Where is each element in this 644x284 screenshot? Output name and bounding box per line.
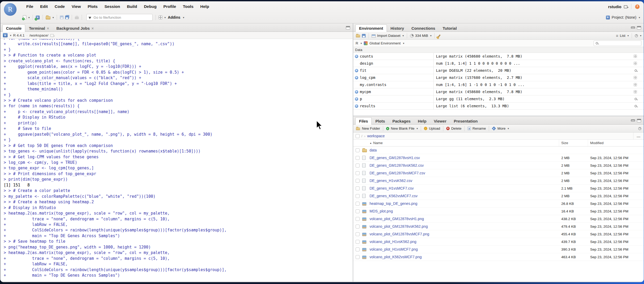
environment-object-row[interactable]: pLarge gg (11 elements, 2.3 MB) <box>353 95 644 103</box>
minimize-pane-icon[interactable] <box>631 119 635 121</box>
file-checkbox[interactable] <box>356 240 360 244</box>
import-dataset-button[interactable]: Import Dataset ▾ <box>372 34 404 38</box>
upload-button[interactable]: ↑ Upload <box>424 126 440 130</box>
file-name-link[interactable]: volcano_plot_GM12878vsH1.png <box>369 217 559 221</box>
console-tab-terminal[interactable]: Terminal× <box>25 24 53 32</box>
view-data-grid-icon[interactable] <box>634 62 637 65</box>
console-tab-background-jobs[interactable]: Background Jobs× <box>53 24 97 32</box>
file-checkbox[interactable] <box>356 194 360 198</box>
rename-button[interactable]: a Rename <box>468 126 486 130</box>
language-selector[interactable]: R <box>356 41 358 45</box>
save-workspace-icon[interactable] <box>362 34 366 38</box>
environment-search-input[interactable] <box>594 40 641 46</box>
menu-session[interactable]: Session <box>101 1 123 12</box>
menu-code[interactable]: Code <box>51 1 68 12</box>
file-checkbox[interactable] <box>356 148 360 152</box>
file-name-link[interactable]: volcano_plot_K562vsMCF7.png <box>369 255 559 259</box>
files-tab-plots[interactable]: Plots <box>372 117 389 125</box>
expand-object-icon[interactable] <box>355 69 358 72</box>
list-view-button[interactable]: ≡ List ▾ <box>616 34 629 38</box>
new-file-icon[interactable] <box>23 15 26 19</box>
maximize-pane-icon[interactable] <box>346 26 350 29</box>
column-modified[interactable]: Modified <box>588 141 644 145</box>
file-name-link[interactable]: MDS_plot.png <box>369 209 559 213</box>
project-selector[interactable]: R Project: (None) ▾ <box>606 15 640 19</box>
refresh-environment-icon[interactable] <box>635 34 638 37</box>
menu-help[interactable]: Help <box>197 1 213 12</box>
inspect-object-icon[interactable] <box>635 98 637 100</box>
environment-object-row[interactable]: my.contrastsnum [1:4, 1:6] 1 -1 0 0 1 0 … <box>353 81 644 88</box>
addins-button[interactable]: Addins <box>168 15 180 19</box>
file-checkbox[interactable] <box>356 232 360 236</box>
load-workspace-icon[interactable] <box>356 35 360 38</box>
new-folder-button[interactable]: New Folder <box>356 126 380 130</box>
file-name-link[interactable]: DE_genes_GM12878vsMCF7.csv <box>369 171 559 175</box>
maximize-pane-icon[interactable] <box>637 119 641 122</box>
menu-profile[interactable]: Profile <box>160 1 179 12</box>
minimize-pane-icon[interactable] <box>631 27 635 29</box>
column-size[interactable]: Size <box>559 140 588 146</box>
inspect-object-icon[interactable] <box>635 105 637 107</box>
environment-tab-environment[interactable]: Environment <box>355 24 387 32</box>
console-tab-console[interactable]: Console <box>2 24 25 32</box>
file-name-link[interactable]: volcano_plot_H1vsMCF7.png <box>369 247 559 251</box>
delete-button[interactable]: ✕ Delete <box>446 126 461 130</box>
menu-file[interactable]: File <box>23 1 37 12</box>
inspect-object-icon[interactable] <box>635 69 637 72</box>
file-checkbox[interactable] <box>356 202 360 206</box>
print-icon[interactable] <box>75 17 79 19</box>
environment-object-row[interactable]: countsLarge matrix (458680 elements, 7.8… <box>353 53 644 60</box>
refresh-files-icon[interactable] <box>638 127 641 130</box>
file-checkbox[interactable] <box>356 179 360 183</box>
environment-object-row[interactable]: log_cpmLarge matrix (157680 elements, 2.… <box>353 74 644 81</box>
files-tab-files[interactable]: Files <box>355 117 372 125</box>
save-all-icon[interactable] <box>65 16 69 19</box>
file-checkbox[interactable] <box>356 255 360 259</box>
file-name-link[interactable]: DE_genes_H1vsK562.csv <box>369 179 559 183</box>
new-project-icon[interactable]: R <box>36 16 40 19</box>
open-file-icon[interactable] <box>46 16 50 19</box>
quit-session-icon[interactable] <box>635 4 640 9</box>
save-icon[interactable] <box>60 16 64 19</box>
environment-object-row[interactable]: mycpmLarge matrix (458680 elements, 7.8 … <box>353 88 644 95</box>
more-button[interactable]: More ▾ <box>492 126 509 130</box>
file-name-link[interactable]: volcano_plot_H1vsK562.png <box>369 240 559 244</box>
column-name[interactable]: ▲ Name <box>353 140 559 146</box>
file-checkbox[interactable] <box>356 217 360 221</box>
environment-tab-history[interactable]: History <box>387 24 408 32</box>
files-tab-presentation[interactable]: Presentation <box>450 117 481 125</box>
environment-object-row[interactable]: resultsLarge list (6 elements, 13.3 MB) <box>353 103 644 110</box>
file-name-link[interactable]: DE_genes_GM12878vsH1.csv <box>369 156 559 160</box>
environment-object-row[interactable]: designnum [1:8, 1:4] 1 1 0 0 0 0 0 0 0 0… <box>353 60 644 67</box>
breadcrumb-more-button[interactable]: ... <box>633 133 644 139</box>
breadcrumb-folder[interactable]: workspace <box>367 134 385 138</box>
new-blank-file-button[interactable]: + New Blank File ▾ <box>386 126 418 130</box>
file-checkbox[interactable] <box>356 186 360 190</box>
memory-usage-button[interactable]: 334 MiB ▾ <box>410 34 432 38</box>
files-tab-packages[interactable]: Packages <box>389 117 414 125</box>
expand-object-icon[interactable] <box>355 76 358 79</box>
open-cwd-icon[interactable] <box>50 34 54 37</box>
addins-grid-icon[interactable] <box>159 16 162 19</box>
menu-debug[interactable]: Debug <box>141 1 160 12</box>
expand-object-icon[interactable] <box>355 104 358 108</box>
file-name-link[interactable]: DE_genes_H1vsMCF7.csv <box>369 186 559 190</box>
file-checkbox[interactable] <box>356 225 360 229</box>
file-name-link[interactable]: DE_genes_K562vsMCF7.csv <box>369 194 559 198</box>
breadcrumb-root[interactable]: / <box>361 134 362 138</box>
console-output[interactable]: > for (name in names(results)) {+ write.… <box>0 39 353 282</box>
file-checkbox[interactable] <box>356 247 360 251</box>
files-tab-viewer[interactable]: Viewer <box>430 117 450 125</box>
file-name-link[interactable]: data <box>369 148 559 152</box>
environment-tab-tutorial[interactable]: Tutorial <box>439 24 460 32</box>
maximize-pane-icon[interactable] <box>637 26 641 29</box>
file-checkbox[interactable] <box>356 164 360 168</box>
environment-tab-connections[interactable]: Connections <box>408 24 439 32</box>
file-checkbox[interactable] <box>356 209 360 213</box>
sign-out-icon[interactable] <box>624 5 627 8</box>
environment-selector[interactable]: Global Environment <box>370 41 401 45</box>
file-checkbox[interactable] <box>356 156 360 160</box>
goto-file-function-input[interactable]: Go to file/function <box>86 14 153 21</box>
menu-tools[interactable]: Tools <box>179 1 197 12</box>
menu-view[interactable]: View <box>68 1 84 12</box>
